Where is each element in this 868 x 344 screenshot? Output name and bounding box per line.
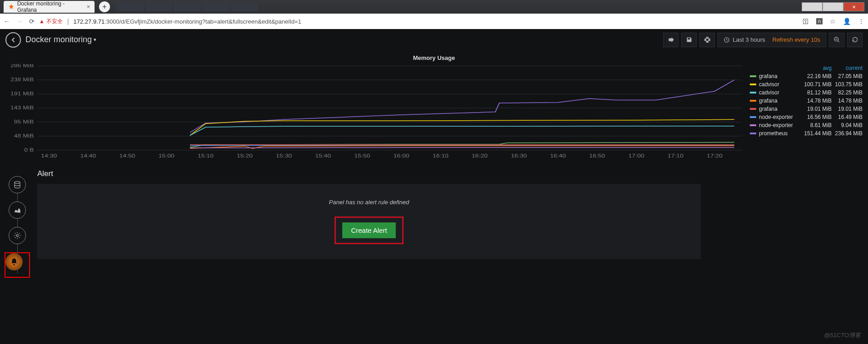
legend-series-name: prometheus: [759, 130, 801, 137]
browser-tab-bar: Docker monitoring - Grafana × + — ▢ ✕: [0, 0, 868, 14]
legend-swatch: [750, 75, 756, 77]
svg-text:238 MiB: 238 MiB: [10, 77, 34, 82]
svg-text:16:00: 16:00: [394, 153, 409, 158]
url-text[interactable]: 172.27.9.71:3000/d/EGvfjlmZk/docker-moni…: [74, 18, 302, 25]
chart-icon: [13, 206, 21, 214]
legend-table: avg current grafana 22.16 MiB 27.05 MiB …: [750, 64, 863, 159]
translate-icon[interactable]: 🅰: [816, 18, 823, 25]
legend-swatch: [750, 124, 756, 126]
address-bar: ← → ⟳ ▲ 不安全 | 172.27.9.71:3000/d/EGvfjlm…: [0, 14, 868, 29]
legend-current-value: 236.94 MiB: [832, 130, 863, 137]
legend-current-value: 14.78 MiB: [832, 98, 863, 104]
account-icon[interactable]: 👤: [843, 18, 851, 25]
legend-swatch: [750, 133, 756, 134]
browser-tab-active[interactable]: Docker monitoring - Grafana ×: [4, 1, 95, 13]
time-range-button[interactable]: Last 3 hours Refresh every 10s: [718, 33, 826, 47]
svg-text:143 MiB: 143 MiB: [10, 105, 34, 110]
svg-text:17:00: 17:00: [629, 153, 644, 158]
new-tab-button[interactable]: +: [99, 1, 110, 12]
svg-text:48 MiB: 48 MiB: [14, 133, 34, 138]
refresh-icon: [852, 36, 858, 43]
cog-icon: [13, 231, 21, 240]
window-close-button[interactable]: ✕: [843, 2, 864, 11]
grafana-favicon-icon: [8, 4, 15, 10]
svg-text:15:40: 15:40: [315, 153, 331, 158]
svg-text:15:10: 15:10: [198, 153, 214, 158]
grafana-header: Docker monitoring ▾ Last 3 hours Refresh…: [0, 29, 868, 51]
nav-forward-icon[interactable]: →: [16, 18, 23, 25]
legend-row[interactable]: node-exporter 8.61 MiB 9.04 MiB: [750, 121, 863, 129]
tab-close-icon[interactable]: ×: [87, 4, 90, 10]
svg-point-34: [15, 182, 20, 184]
back-to-dashboard-button[interactable]: [5, 32, 21, 48]
legend-row[interactable]: grafana 22.16 MiB 27.05 MiB: [750, 72, 863, 80]
svg-text:16:30: 16:30: [511, 153, 527, 158]
chart-plot-area[interactable]: 0 B48 MiB95 MiB143 MiB191 MiB238 MiB286 …: [5, 64, 744, 159]
window-controls: — ▢ ✕: [802, 2, 864, 11]
editor-tab-rail: [5, 176, 30, 278]
chevron-down-icon: ▾: [94, 37, 96, 43]
legend-row[interactable]: prometheus 151.44 MiB 236.94 MiB: [750, 129, 863, 138]
star-icon[interactable]: ☆: [830, 18, 836, 25]
create-alert-button[interactable]: Create Alert: [342, 222, 395, 238]
share-icon: [668, 36, 674, 43]
legend-series-name: grafana: [759, 106, 801, 112]
gear-icon: [704, 36, 711, 43]
legend-swatch: [750, 100, 756, 102]
legend-avg-value: 81.12 MiB: [801, 89, 832, 96]
bell-icon: [10, 258, 18, 266]
svg-text:17:20: 17:20: [707, 153, 723, 158]
tab-general[interactable]: [9, 227, 26, 244]
legend-row[interactable]: cadvisor 100.71 MiB 103.75 MiB: [750, 80, 863, 88]
legend-row[interactable]: cadvisor 81.12 MiB 82.25 MiB: [750, 88, 863, 97]
svg-text:16:40: 16:40: [550, 153, 566, 158]
legend-series-name: node-exporter: [759, 122, 801, 128]
refresh-button[interactable]: [847, 33, 863, 47]
legend-swatch: [750, 108, 756, 110]
legend-series-name: grafana: [759, 73, 801, 79]
legend-current-value: 27.05 MiB: [832, 73, 863, 79]
save-button[interactable]: [681, 33, 697, 47]
save-icon: [686, 36, 693, 43]
legend-series-name: node-exporter: [759, 114, 801, 120]
legend-row[interactable]: grafana 19.01 MiB 19.01 MiB: [750, 105, 863, 113]
legend-avg-value: 100.71 MiB: [801, 81, 832, 88]
svg-text:15:00: 15:00: [159, 153, 175, 158]
key-icon[interactable]: ⚿: [803, 18, 809, 25]
window-maximize-button[interactable]: ▢: [823, 2, 843, 11]
watermark: @51CTO博客: [824, 331, 861, 339]
legend-current-value: 103.75 MiB: [832, 81, 863, 88]
svg-point-35: [16, 235, 19, 237]
svg-text:15:50: 15:50: [354, 153, 370, 158]
settings-button[interactable]: [699, 33, 715, 47]
legend-avg-value: 19.01 MiB: [801, 106, 832, 112]
svg-text:14:30: 14:30: [41, 153, 57, 158]
legend-col-avg[interactable]: avg: [801, 65, 832, 71]
nav-back-icon[interactable]: ←: [4, 18, 10, 25]
svg-text:14:40: 14:40: [80, 153, 96, 158]
legend-swatch: [750, 116, 756, 118]
create-alert-highlight: Create Alert: [334, 216, 403, 244]
share-button[interactable]: [663, 33, 678, 47]
clock-icon: [723, 37, 730, 43]
dashboard-title[interactable]: Docker monitoring ▾: [25, 35, 96, 44]
legend-avg-value: 8.61 MiB: [801, 122, 832, 128]
legend-avg-value: 14.78 MiB: [801, 98, 832, 104]
tab-queries[interactable]: [9, 176, 26, 193]
zoom-out-button[interactable]: [829, 33, 844, 47]
menu-icon[interactable]: ⋮: [858, 18, 864, 25]
tab-visualization[interactable]: [9, 201, 26, 219]
tab-title: Docker monitoring - Grafana: [17, 0, 84, 13]
arrow-left-icon: [10, 36, 17, 44]
legend-row[interactable]: grafana 14.78 MiB 14.78 MiB: [750, 97, 863, 105]
window-minimize-button[interactable]: —: [802, 2, 823, 11]
tab-alert[interactable]: [5, 252, 30, 278]
legend-avg-value: 22.16 MiB: [801, 73, 832, 79]
insecure-badge[interactable]: ▲ 不安全: [39, 18, 63, 25]
svg-text:17:10: 17:10: [668, 153, 683, 158]
legend-col-current[interactable]: current: [832, 65, 863, 71]
svg-text:95 MiB: 95 MiB: [14, 119, 34, 124]
nav-reload-icon[interactable]: ⟳: [29, 18, 35, 25]
panel-title: Memory Usage: [5, 54, 863, 61]
legend-row[interactable]: node-exporter 16.56 MiB 16.49 MiB: [750, 113, 863, 121]
